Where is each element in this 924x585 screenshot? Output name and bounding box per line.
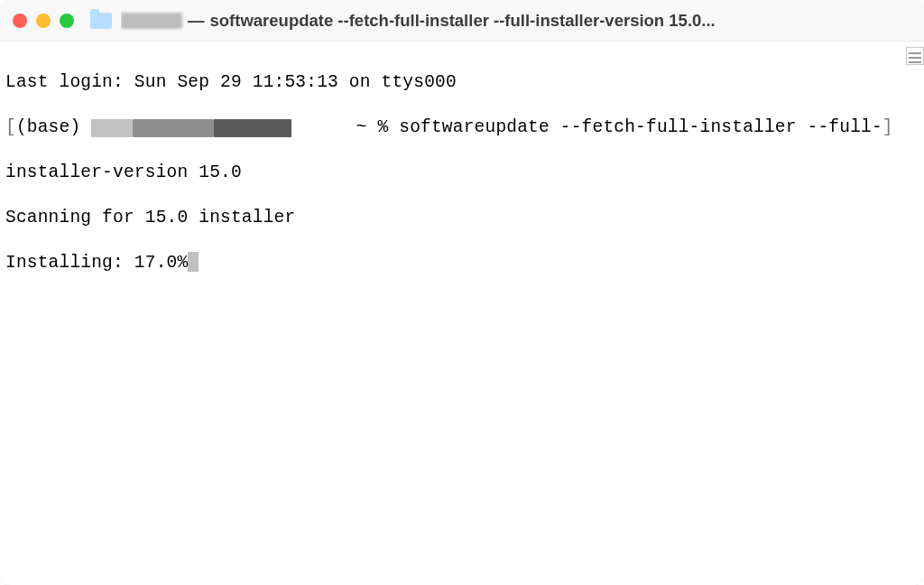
redacted-host-1 xyxy=(133,119,214,137)
prompt-tail: ~ % xyxy=(291,117,399,137)
install-percent: 17.0% xyxy=(134,253,189,273)
terminal-output[interactable]: Last login: Sun Sep 29 11:53:13 on ttys0… xyxy=(0,42,924,303)
close-window-button[interactable] xyxy=(13,14,27,28)
install-progress-line: Installing: 17.0% xyxy=(5,252,919,274)
scrollbar-marker-icon[interactable] xyxy=(906,47,924,65)
command-part-2: installer-version 15.0 xyxy=(5,162,919,184)
minimize-window-button[interactable] xyxy=(36,14,51,28)
terminal-cursor xyxy=(188,252,199,272)
prompt-env: (base) xyxy=(16,117,91,137)
scan-line: Scanning for 15.0 installer xyxy=(5,207,919,229)
window-title: — softwareupdate --fetch-full-installer … xyxy=(121,11,911,31)
folder-icon xyxy=(90,13,112,29)
install-label: Installing: xyxy=(5,253,134,273)
redacted-user xyxy=(91,119,133,137)
last-login-line: Last login: Sun Sep 29 11:53:13 on ttys0… xyxy=(5,71,919,94)
window-titlebar: — softwareupdate --fetch-full-installer … xyxy=(0,0,924,42)
maximize-window-button[interactable] xyxy=(60,14,74,28)
traffic-lights xyxy=(13,14,74,28)
redacted-host-2 xyxy=(214,119,291,137)
redacted-username xyxy=(121,13,182,29)
title-command: softwareupdate --fetch-full-installer --… xyxy=(210,11,716,31)
command-part-1: softwareupdate --fetch-full-installer --… xyxy=(399,117,882,137)
prompt-line-1: [(base) ~ % softwareupdate --fetch-full-… xyxy=(5,116,919,139)
title-separator: — xyxy=(188,11,205,31)
